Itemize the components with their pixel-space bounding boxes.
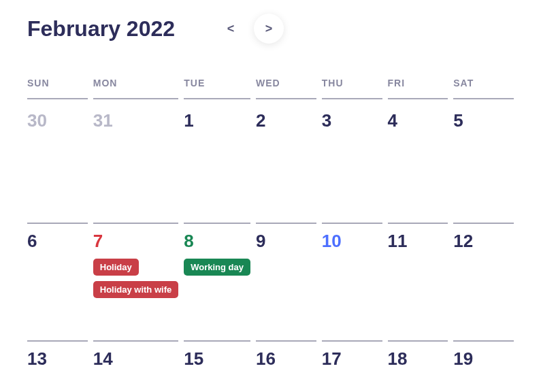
day-cell[interactable]: 7 Holiday Holiday with wife bbox=[93, 223, 178, 335]
day-cell[interactable]: 13 bbox=[27, 340, 88, 370]
day-number: 4 bbox=[388, 110, 448, 131]
day-cell[interactable]: 1 bbox=[184, 105, 250, 217]
prev-month-button[interactable]: < bbox=[216, 14, 246, 44]
weekday-header: MON bbox=[93, 78, 178, 99]
day-number: 18 bbox=[388, 348, 448, 370]
day-number: 17 bbox=[322, 348, 382, 370]
day-cell[interactable]: 16 bbox=[256, 340, 316, 370]
day-number: 11 bbox=[388, 231, 448, 252]
calendar-grid: SUN MON TUE WED THU FRI SAT 30 31 1 2 3 … bbox=[27, 78, 514, 370]
weekday-header: SUN bbox=[27, 78, 88, 99]
event-badge[interactable]: Holiday bbox=[93, 259, 139, 276]
day-events: Working day bbox=[184, 259, 250, 276]
weekday-header: TUE bbox=[184, 78, 250, 99]
day-cell[interactable]: 31 bbox=[93, 105, 178, 217]
day-number: 31 bbox=[93, 110, 178, 131]
nav-buttons: < > bbox=[216, 14, 284, 44]
day-cell[interactable]: 12 bbox=[453, 223, 514, 335]
day-number: 9 bbox=[256, 231, 316, 252]
day-cell[interactable]: 19 bbox=[453, 340, 514, 370]
day-events: Holiday Holiday with wife bbox=[93, 259, 178, 298]
weekday-header: THU bbox=[322, 78, 382, 99]
day-cell[interactable]: 14 bbox=[93, 340, 178, 370]
day-number: 12 bbox=[453, 231, 514, 252]
day-cell[interactable]: 9 bbox=[256, 223, 316, 335]
event-badge[interactable]: Holiday with wife bbox=[93, 281, 178, 298]
day-number: 3 bbox=[322, 110, 382, 131]
day-number: 30 bbox=[27, 110, 88, 131]
day-number: 6 bbox=[27, 231, 88, 252]
day-number: 13 bbox=[27, 348, 88, 370]
day-cell[interactable]: 17 bbox=[322, 340, 382, 370]
day-number: 7 bbox=[93, 231, 178, 252]
day-cell[interactable]: 18 bbox=[388, 340, 448, 370]
day-number: 14 bbox=[93, 348, 178, 370]
day-cell[interactable]: 2 bbox=[256, 105, 316, 217]
weekday-header: FRI bbox=[388, 78, 448, 99]
calendar-header: February 2022 < > bbox=[27, 14, 514, 44]
day-cell[interactable]: 30 bbox=[27, 105, 88, 217]
day-cell[interactable]: 5 bbox=[453, 105, 514, 217]
day-number: 8 bbox=[184, 231, 250, 252]
day-number: 10 bbox=[322, 231, 382, 252]
day-number: 16 bbox=[256, 348, 316, 370]
day-cell[interactable]: 10 bbox=[322, 223, 382, 335]
weekday-header: SAT bbox=[453, 78, 514, 99]
event-badge[interactable]: Working day bbox=[184, 259, 250, 276]
day-cell[interactable]: 6 bbox=[27, 223, 88, 335]
next-month-button[interactable]: > bbox=[254, 14, 284, 44]
weekday-header: WED bbox=[256, 78, 316, 99]
day-number: 5 bbox=[453, 110, 514, 131]
day-cell[interactable]: 4 bbox=[388, 105, 448, 217]
month-title: February 2022 bbox=[27, 16, 175, 42]
day-number: 2 bbox=[256, 110, 316, 131]
day-number: 1 bbox=[184, 110, 250, 131]
day-cell[interactable]: 15 bbox=[184, 340, 250, 370]
day-number: 19 bbox=[453, 348, 514, 370]
day-number: 15 bbox=[184, 348, 250, 370]
day-cell[interactable]: 3 bbox=[322, 105, 382, 217]
day-cell[interactable]: 11 bbox=[388, 223, 448, 335]
day-cell[interactable]: 8 Working day bbox=[184, 223, 250, 335]
